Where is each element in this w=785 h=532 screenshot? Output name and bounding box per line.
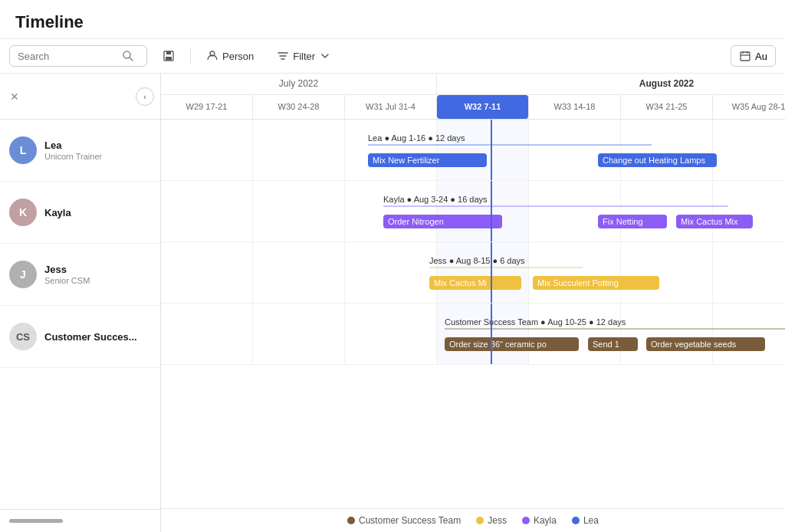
- legend-label: Customer Success Team: [359, 515, 461, 526]
- grid-cell: [345, 242, 437, 303]
- week-cell-w30[interactable]: W30 24-28: [253, 95, 345, 119]
- task-bar[interactable]: Send 1: [588, 337, 638, 351]
- grid-row-lea: Lea ● Aug 1-16 ● 12 daysMix New Fertiliz…: [161, 120, 785, 181]
- person-info: Kayla: [44, 207, 71, 218]
- svg-rect-3: [166, 51, 171, 54]
- timeline-container: ✕ ‹ L Lea Unicorn Trainer K Kayla J Jess…: [0, 74, 785, 532]
- person-role: Unicorn Trainer: [44, 152, 102, 161]
- search-input[interactable]: [18, 51, 117, 62]
- grid-cell: [253, 242, 345, 303]
- svg-rect-4: [166, 57, 172, 60]
- legend-label: Lea: [583, 515, 599, 526]
- grid-body: Lea ● Aug 1-16 ● 12 daysMix New Fertiliz…: [161, 120, 785, 508]
- grid-cell: [713, 181, 785, 241]
- svg-rect-6: [741, 52, 750, 61]
- avatar: J: [9, 261, 37, 288]
- legend-dot: [572, 517, 580, 524]
- grid-cell: [161, 181, 253, 241]
- person-role: Senior CSM: [44, 276, 90, 285]
- month-label: August 2022: [437, 74, 785, 94]
- month-row: July 2022August 2022: [161, 74, 785, 95]
- legend-item: Lea: [572, 515, 599, 526]
- grid-cell: [437, 120, 529, 180]
- month-label: July 2022: [161, 74, 437, 94]
- task-bar[interactable]: Mix Succulent Potting: [533, 276, 659, 290]
- legend-dot: [476, 517, 484, 524]
- week-cell-w35[interactable]: W35 Aug 28-1: [713, 95, 785, 119]
- scroll-indicator: [9, 519, 63, 523]
- person-name: Kayla: [44, 207, 71, 218]
- legend-item: Kayla: [522, 515, 557, 526]
- legend-item: Customer Success Team: [347, 515, 461, 526]
- task-bar[interactable]: Order vegetable seeds: [646, 337, 765, 351]
- person-info: Customer Succes...: [44, 331, 137, 343]
- page-title: Timeline: [15, 12, 770, 32]
- range-line: [445, 328, 785, 330]
- grid-row-customer-success: Customer Success Team ● Aug 10-25 ● 12 d…: [161, 304, 785, 365]
- grid-cell: [621, 304, 713, 364]
- person-row-inner: K Kayla: [9, 182, 151, 243]
- save-icon: [163, 50, 175, 62]
- week-cell-w33[interactable]: W33 14-18: [529, 95, 621, 119]
- person-row-inner: J Jess Senior CSM: [9, 244, 151, 305]
- grid-cell: [529, 304, 621, 364]
- person-info: Lea Unicorn Trainer: [44, 140, 102, 161]
- search-icon: [122, 50, 134, 62]
- range-line: [429, 267, 583, 268]
- person-row-jess[interactable]: J Jess Senior CSM: [0, 244, 160, 306]
- page-header: Timeline: [0, 0, 785, 39]
- avatar: L: [9, 136, 37, 164]
- save-button[interactable]: [155, 46, 182, 66]
- person-icon: [206, 50, 218, 62]
- toolbar-right: Au: [731, 45, 776, 67]
- legend-label: Kayla: [534, 515, 557, 526]
- grid-cell: [713, 304, 785, 364]
- person-row-inner: CS Customer Succes...: [9, 306, 151, 367]
- range-line: [383, 205, 728, 207]
- grid-cell: [161, 120, 253, 180]
- toolbar: Person Filter Au: [0, 39, 785, 74]
- grid-cell: [713, 120, 785, 180]
- grid-cell: [529, 181, 621, 241]
- grid-cell: [529, 120, 621, 180]
- filter-label: Filter: [293, 51, 315, 62]
- grid-cell: [345, 304, 437, 364]
- grid-cell: [253, 181, 345, 241]
- task-bar[interactable]: Change out Heating Lamps: [598, 153, 717, 167]
- task-bar[interactable]: Order size 36" ceramic po: [445, 337, 579, 351]
- grid-cell: [713, 242, 785, 303]
- week-cell-w31[interactable]: W31 Jul 31-4: [345, 95, 437, 119]
- person-label: Person: [222, 51, 254, 62]
- calendar-icon: [739, 50, 751, 62]
- task-bar[interactable]: Mix Cactus Mi: [429, 276, 521, 290]
- task-bar[interactable]: Mix Cactus Mix: [676, 215, 753, 228]
- timeline-page: Timeline Person: [0, 0, 785, 532]
- person-button[interactable]: Person: [199, 46, 261, 66]
- today-button[interactable]: Au: [731, 45, 776, 67]
- grid-cell: [529, 242, 621, 303]
- week-cell-w29[interactable]: W29 17-21: [161, 95, 253, 119]
- avatar: K: [9, 199, 37, 226]
- grid-cell: [437, 181, 529, 241]
- week-cell-w32[interactable]: W32 7-11: [437, 95, 529, 119]
- range-line: [368, 144, 652, 146]
- collapse-button[interactable]: ‹: [136, 87, 154, 106]
- left-footer: [0, 509, 160, 532]
- person-name: Lea: [44, 140, 102, 151]
- avatar: CS: [9, 323, 37, 350]
- person-row-lea[interactable]: L Lea Unicorn Trainer: [0, 120, 160, 182]
- close-button[interactable]: ✕: [6, 88, 23, 105]
- person-row-inner: L Lea Unicorn Trainer: [9, 120, 151, 181]
- filter-button[interactable]: Filter: [269, 46, 339, 66]
- person-row-customer-success[interactable]: CS Customer Succes...: [0, 306, 160, 368]
- task-bar[interactable]: Mix New Fertilizer: [368, 153, 487, 167]
- person-name: Customer Succes...: [44, 331, 137, 343]
- legend-dot: [347, 517, 355, 524]
- search-box[interactable]: [9, 45, 147, 67]
- week-cell-w34[interactable]: W34 21-25: [621, 95, 713, 119]
- task-bar[interactable]: Fix Netting: [598, 215, 667, 228]
- toolbar-divider: [190, 48, 191, 64]
- person-row-kayla[interactable]: K Kayla: [0, 182, 160, 244]
- right-panel[interactable]: July 2022August 2022W29 17-21W30 24-28W3…: [161, 74, 785, 532]
- task-bar[interactable]: Order Nitrogen: [383, 215, 502, 228]
